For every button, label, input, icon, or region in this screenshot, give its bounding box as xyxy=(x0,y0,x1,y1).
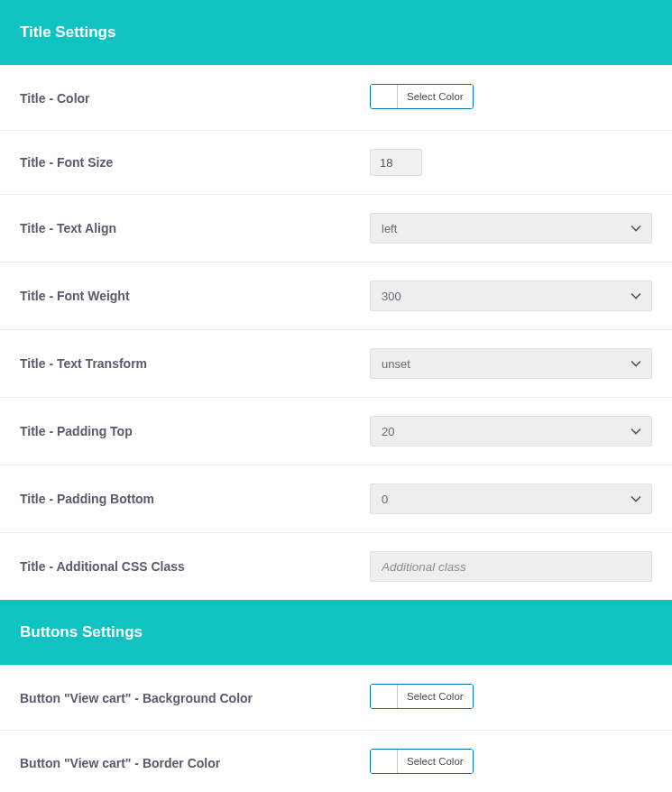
row-title-css-class: Title - Additional CSS Class xyxy=(0,533,672,600)
color-swatch xyxy=(371,85,398,108)
color-picker-viewcart-border[interactable]: Select Color xyxy=(370,749,474,774)
input-title-font-size[interactable] xyxy=(370,149,422,176)
row-title-font-weight: Title - Font Weight 300 xyxy=(0,262,672,330)
row-title-text-transform: Title - Text Transform unset xyxy=(0,330,672,398)
label-title-text-transform: Title - Text Transform xyxy=(20,356,370,371)
color-picker-label: Select Color xyxy=(398,85,473,108)
select-value: 0 xyxy=(382,493,388,506)
color-picker-viewcart-bg[interactable]: Select Color xyxy=(370,684,474,709)
color-picker-title-color[interactable]: Select Color xyxy=(370,84,474,109)
row-title-font-size: Title - Font Size xyxy=(0,131,672,195)
select-value: unset xyxy=(382,357,410,371)
select-title-padding-top[interactable]: 20 xyxy=(370,416,652,447)
label-title-padding-top: Title - Padding Top xyxy=(20,424,370,438)
select-title-text-align[interactable]: left xyxy=(370,213,652,244)
label-title-font-weight: Title - Font Weight xyxy=(20,289,370,303)
row-title-padding-top: Title - Padding Top 20 xyxy=(0,398,672,465)
color-picker-label: Select Color xyxy=(398,750,473,773)
select-title-font-weight[interactable]: 300 xyxy=(370,281,652,311)
row-title-padding-bottom: Title - Padding Bottom 0 xyxy=(0,465,672,533)
label-title-text-align: Title - Text Align xyxy=(20,221,370,235)
label-viewcart-bg-color: Button "View cart" - Background Color xyxy=(20,691,370,705)
select-title-text-transform[interactable]: unset xyxy=(370,348,652,379)
select-value: left xyxy=(382,222,397,235)
select-value: 20 xyxy=(382,425,394,438)
color-swatch xyxy=(371,685,398,708)
label-title-padding-bottom: Title - Padding Bottom xyxy=(20,492,370,506)
row-viewcart-bg-color: Button "View cart" - Background Color Se… xyxy=(0,665,672,731)
row-title-text-align: Title - Text Align left xyxy=(0,195,672,262)
row-title-color: Title - Color Select Color xyxy=(0,65,672,131)
color-swatch xyxy=(371,750,398,773)
label-title-color: Title - Color xyxy=(20,91,370,106)
label-title-font-size: Title - Font Size xyxy=(20,155,370,170)
section-header-title-settings: Title Settings xyxy=(0,0,672,65)
section-header-buttons-settings: Buttons Settings xyxy=(0,600,672,665)
color-picker-label: Select Color xyxy=(398,685,473,708)
select-title-padding-bottom[interactable]: 0 xyxy=(370,483,652,514)
input-title-css-class[interactable] xyxy=(370,551,652,582)
row-viewcart-border-color: Button "View cart" - Border Color Select… xyxy=(0,731,672,792)
label-title-css-class: Title - Additional CSS Class xyxy=(20,559,370,574)
select-value: 300 xyxy=(382,290,401,303)
label-viewcart-border-color: Button "View cart" - Border Color xyxy=(20,756,370,770)
